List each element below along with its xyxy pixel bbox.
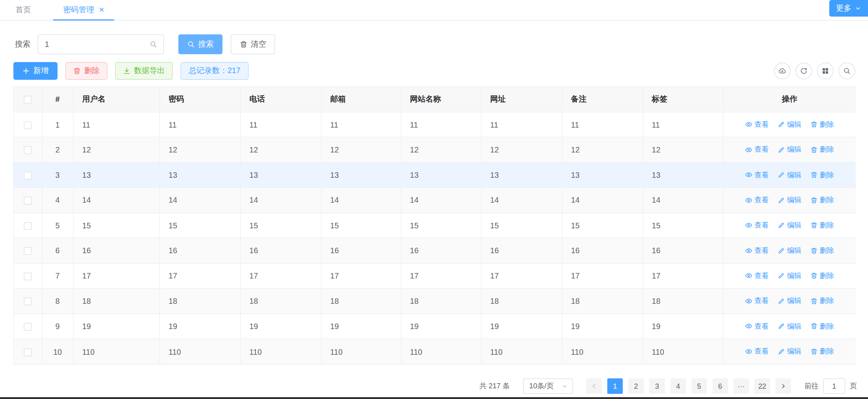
trash-icon — [810, 121, 817, 128]
view-action[interactable]: 查看 — [745, 220, 769, 230]
delete-action[interactable]: 删除 — [810, 271, 834, 280]
delete-action[interactable]: 删除 — [810, 245, 834, 255]
more-button[interactable]: 更多 — [829, 0, 868, 17]
view-action[interactable]: 查看 — [745, 195, 769, 205]
table-row[interactable]: 3 13 13 13 13 13 13 13 13 查看 编辑 删除 — [14, 162, 856, 188]
row-checkbox[interactable] — [24, 273, 32, 280]
clear-button[interactable]: 清空 — [231, 34, 275, 54]
edit-action[interactable]: 编辑 — [778, 119, 801, 129]
view-action[interactable]: 查看 — [745, 170, 769, 180]
view-action[interactable]: 查看 — [745, 245, 769, 255]
trash-icon — [810, 297, 817, 304]
row-cell: 18 — [643, 288, 723, 314]
table-row[interactable]: 8 18 18 18 18 18 18 18 18 查看 编辑 删除 — [14, 288, 856, 314]
row-cell: 110 — [240, 339, 321, 364]
row-checkbox[interactable] — [24, 247, 32, 255]
delete-action-label: 删除 — [819, 220, 834, 230]
search-label: 搜索 — [15, 40, 30, 49]
table-row[interactable]: 5 15 15 15 15 15 15 15 15 查看 编辑 删除 — [14, 213, 856, 238]
view-action[interactable]: 查看 — [745, 271, 769, 280]
delete-button[interactable]: 删除 — [65, 62, 107, 80]
delete-action[interactable]: 删除 — [810, 220, 834, 230]
table-row[interactable]: 2 12 12 12 12 12 12 12 12 查看 编辑 删除 — [14, 137, 856, 162]
page-ellipsis[interactable]: ··· — [733, 378, 749, 394]
view-action[interactable]: 查看 — [745, 145, 769, 154]
edit-action[interactable]: 编辑 — [778, 170, 801, 180]
table-row[interactable]: 10 110 110 110 110 110 110 110 110 查看 编辑 — [14, 339, 856, 364]
edit-action-label: 编辑 — [787, 346, 801, 356]
table-row[interactable]: 9 19 19 19 19 19 19 19 19 查看 编辑 删除 — [14, 314, 856, 339]
view-action[interactable]: 查看 — [745, 119, 769, 129]
refresh-button[interactable] — [795, 62, 812, 79]
edit-action[interactable]: 编辑 — [778, 346, 801, 356]
row-checkbox[interactable] — [24, 222, 32, 230]
trash-icon — [810, 348, 817, 355]
search-button-label: 搜索 — [198, 40, 214, 49]
pencil-icon — [778, 121, 785, 128]
row-checkbox[interactable] — [24, 348, 32, 356]
view-action-label: 查看 — [754, 170, 769, 180]
row-checkbox[interactable] — [24, 172, 32, 180]
delete-action[interactable]: 删除 — [810, 346, 834, 356]
table-row[interactable]: 7 17 17 17 17 17 17 17 17 查看 编辑 删除 — [14, 263, 856, 288]
table-row[interactable]: 6 16 16 16 16 16 16 16 16 查看 编辑 删除 — [14, 238, 856, 263]
delete-action[interactable]: 删除 — [810, 145, 834, 154]
row-checkbox[interactable] — [24, 197, 32, 205]
edit-action[interactable]: 编辑 — [778, 271, 801, 280]
row-cell: 13 — [321, 162, 401, 188]
cloud-button[interactable] — [774, 62, 791, 79]
row-cell: 12 — [159, 137, 240, 162]
edit-action[interactable]: 编辑 — [778, 321, 801, 331]
page-button-1[interactable]: 1 — [607, 378, 622, 394]
more-button-label: 更多 — [836, 3, 851, 13]
page-size-select[interactable]: 10条/页 — [523, 378, 573, 394]
view-action[interactable]: 查看 — [745, 321, 769, 331]
delete-action[interactable]: 删除 — [810, 195, 834, 205]
row-cell: 11 — [321, 112, 401, 137]
search-input[interactable] — [37, 34, 164, 54]
delete-action[interactable]: 删除 — [810, 321, 834, 331]
row-checkbox[interactable] — [24, 298, 32, 306]
page-button-5[interactable]: 5 — [692, 378, 707, 394]
goto-page-input[interactable] — [823, 378, 845, 394]
export-button[interactable]: 数据导出 — [115, 62, 173, 80]
view-action[interactable]: 查看 — [745, 296, 769, 306]
row-cell: 13 — [643, 162, 723, 188]
page-button-3[interactable]: 3 — [649, 378, 665, 394]
search-button[interactable]: 搜索 — [178, 34, 223, 54]
row-cell: 19 — [73, 314, 159, 339]
edit-action[interactable]: 编辑 — [778, 220, 801, 230]
pencil-icon — [778, 247, 785, 254]
tab-password-management[interactable]: 密码管理 × — [53, 0, 114, 20]
table-row[interactable]: 4 14 14 14 14 14 14 14 14 查看 编辑 删除 — [14, 188, 856, 213]
delete-action[interactable]: 删除 — [810, 170, 834, 180]
tab-home[interactable]: 首页 — [8, 0, 39, 20]
edit-action[interactable]: 编辑 — [778, 195, 801, 205]
edit-action[interactable]: 编辑 — [778, 145, 801, 154]
tab-close-icon[interactable]: × — [99, 6, 104, 14]
page-button-22[interactable]: 22 — [754, 378, 770, 394]
add-button[interactable]: 新增 — [13, 62, 58, 80]
page-button-6[interactable]: 6 — [712, 378, 728, 394]
row-cell: 15 — [562, 213, 643, 238]
edit-action[interactable]: 编辑 — [778, 296, 801, 306]
chevron-down-icon — [855, 5, 861, 12]
delete-action[interactable]: 删除 — [810, 296, 834, 306]
edit-action[interactable]: 编辑 — [778, 245, 801, 255]
columns-button[interactable] — [817, 62, 834, 79]
view-action-label: 查看 — [754, 220, 769, 230]
row-checkbox[interactable] — [24, 147, 32, 154]
row-checkbox[interactable] — [24, 323, 32, 331]
next-page-button[interactable] — [776, 378, 791, 394]
trash-icon — [73, 67, 81, 75]
select-all-checkbox[interactable] — [24, 96, 32, 104]
table-search-button[interactable] — [839, 62, 855, 79]
row-cell: 110 — [321, 339, 401, 364]
page-button-4[interactable]: 4 — [670, 378, 686, 394]
table-row[interactable]: 1 11 11 11 11 11 11 11 11 查看 编辑 删除 — [14, 112, 856, 137]
view-action[interactable]: 查看 — [745, 346, 769, 356]
prev-page-button[interactable] — [586, 378, 602, 394]
page-button-2[interactable]: 2 — [628, 378, 644, 394]
delete-action[interactable]: 删除 — [810, 119, 834, 129]
row-checkbox[interactable] — [24, 121, 32, 129]
